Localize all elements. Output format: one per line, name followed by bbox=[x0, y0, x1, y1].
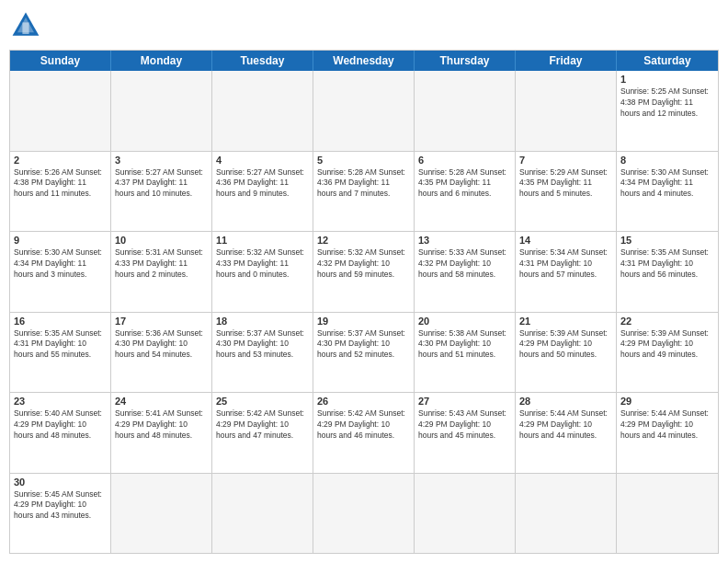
svg-rect-2 bbox=[22, 22, 28, 34]
calendar-cell: 7Sunrise: 5:29 AM Sunset: 4:35 PM Daylig… bbox=[516, 152, 617, 232]
cell-info: Sunrise: 5:31 AM Sunset: 4:33 PM Dayligh… bbox=[115, 247, 208, 281]
cell-info: Sunrise: 5:33 AM Sunset: 4:32 PM Dayligh… bbox=[418, 247, 511, 281]
calendar: SundayMondayTuesdayWednesdayThursdayFrid… bbox=[9, 50, 719, 554]
day-number: 12 bbox=[317, 235, 410, 246]
cell-info: Sunrise: 5:45 AM Sunset: 4:29 PM Dayligh… bbox=[14, 489, 107, 523]
day-header-tuesday: Tuesday bbox=[212, 51, 313, 71]
day-number: 1 bbox=[620, 74, 714, 85]
calendar-cell bbox=[617, 474, 718, 554]
calendar-cell: 11Sunrise: 5:32 AM Sunset: 4:33 PM Dayli… bbox=[212, 232, 313, 312]
day-number: 5 bbox=[317, 155, 410, 166]
calendar-cell: 22Sunrise: 5:39 AM Sunset: 4:29 PM Dayli… bbox=[617, 313, 718, 393]
day-header-monday: Monday bbox=[111, 51, 212, 71]
cell-info: Sunrise: 5:44 AM Sunset: 4:29 PM Dayligh… bbox=[519, 408, 612, 442]
calendar-cell bbox=[516, 474, 617, 554]
calendar-cell bbox=[212, 474, 313, 554]
cell-info: Sunrise: 5:37 AM Sunset: 4:30 PM Dayligh… bbox=[317, 328, 410, 362]
day-number: 11 bbox=[216, 235, 309, 246]
calendar-row-4: 23Sunrise: 5:40 AM Sunset: 4:29 PM Dayli… bbox=[10, 393, 718, 474]
calendar-cell bbox=[212, 71, 313, 151]
calendar-cell bbox=[313, 71, 415, 151]
calendar-header: SundayMondayTuesdayWednesdayThursdayFrid… bbox=[10, 51, 718, 71]
cell-info: Sunrise: 5:43 AM Sunset: 4:29 PM Dayligh… bbox=[418, 408, 511, 442]
calendar-cell: 12Sunrise: 5:32 AM Sunset: 4:32 PM Dayli… bbox=[313, 232, 415, 312]
calendar-row-5: 30Sunrise: 5:45 AM Sunset: 4:29 PM Dayli… bbox=[10, 474, 718, 554]
logo bbox=[9, 9, 46, 42]
day-number: 18 bbox=[216, 316, 309, 327]
calendar-cell: 9Sunrise: 5:30 AM Sunset: 4:34 PM Daylig… bbox=[10, 232, 111, 312]
calendar-cell: 26Sunrise: 5:42 AM Sunset: 4:29 PM Dayli… bbox=[313, 393, 415, 473]
calendar-row-2: 9Sunrise: 5:30 AM Sunset: 4:34 PM Daylig… bbox=[10, 232, 718, 313]
day-number: 16 bbox=[14, 316, 107, 327]
day-number: 29 bbox=[620, 396, 714, 407]
day-number: 6 bbox=[418, 155, 511, 166]
day-number: 3 bbox=[115, 155, 208, 166]
day-number: 7 bbox=[519, 155, 612, 166]
day-number: 8 bbox=[620, 155, 714, 166]
calendar-cell: 29Sunrise: 5:44 AM Sunset: 4:29 PM Dayli… bbox=[617, 393, 718, 473]
cell-info: Sunrise: 5:41 AM Sunset: 4:29 PM Dayligh… bbox=[115, 408, 208, 442]
calendar-cell: 20Sunrise: 5:38 AM Sunset: 4:30 PM Dayli… bbox=[415, 313, 516, 393]
cell-info: Sunrise: 5:38 AM Sunset: 4:30 PM Dayligh… bbox=[418, 328, 511, 362]
cell-info: Sunrise: 5:32 AM Sunset: 4:33 PM Dayligh… bbox=[216, 247, 309, 281]
day-header-wednesday: Wednesday bbox=[313, 51, 415, 71]
calendar-cell: 13Sunrise: 5:33 AM Sunset: 4:32 PM Dayli… bbox=[415, 232, 516, 312]
calendar-cell bbox=[415, 474, 516, 554]
calendar-cell: 24Sunrise: 5:41 AM Sunset: 4:29 PM Dayli… bbox=[111, 393, 212, 473]
header bbox=[9, 9, 719, 42]
day-number: 27 bbox=[418, 396, 511, 407]
calendar-cell bbox=[111, 71, 212, 151]
cell-info: Sunrise: 5:36 AM Sunset: 4:30 PM Dayligh… bbox=[115, 328, 208, 362]
calendar-cell bbox=[10, 71, 111, 151]
cell-info: Sunrise: 5:32 AM Sunset: 4:32 PM Dayligh… bbox=[317, 247, 410, 281]
calendar-row-0: 1Sunrise: 5:25 AM Sunset: 4:38 PM Daylig… bbox=[10, 71, 718, 152]
calendar-cell: 17Sunrise: 5:36 AM Sunset: 4:30 PM Dayli… bbox=[111, 313, 212, 393]
calendar-cell: 3Sunrise: 5:27 AM Sunset: 4:37 PM Daylig… bbox=[111, 152, 212, 232]
calendar-cell: 28Sunrise: 5:44 AM Sunset: 4:29 PM Dayli… bbox=[516, 393, 617, 473]
day-number: 14 bbox=[519, 235, 612, 246]
day-header-sunday: Sunday bbox=[10, 51, 111, 71]
day-header-friday: Friday bbox=[516, 51, 617, 71]
calendar-cell bbox=[111, 474, 212, 554]
calendar-body: 1Sunrise: 5:25 AM Sunset: 4:38 PM Daylig… bbox=[10, 71, 718, 553]
calendar-cell: 16Sunrise: 5:35 AM Sunset: 4:31 PM Dayli… bbox=[10, 313, 111, 393]
cell-info: Sunrise: 5:44 AM Sunset: 4:29 PM Dayligh… bbox=[620, 408, 714, 442]
calendar-cell: 8Sunrise: 5:30 AM Sunset: 4:34 PM Daylig… bbox=[617, 152, 718, 232]
cell-info: Sunrise: 5:35 AM Sunset: 4:31 PM Dayligh… bbox=[620, 247, 714, 281]
day-number: 13 bbox=[418, 235, 511, 246]
cell-info: Sunrise: 5:30 AM Sunset: 4:34 PM Dayligh… bbox=[14, 247, 107, 281]
calendar-cell: 23Sunrise: 5:40 AM Sunset: 4:29 PM Dayli… bbox=[10, 393, 111, 473]
calendar-cell: 18Sunrise: 5:37 AM Sunset: 4:30 PM Dayli… bbox=[212, 313, 313, 393]
calendar-cell: 5Sunrise: 5:28 AM Sunset: 4:36 PM Daylig… bbox=[313, 152, 415, 232]
cell-info: Sunrise: 5:34 AM Sunset: 4:31 PM Dayligh… bbox=[519, 247, 612, 281]
day-header-saturday: Saturday bbox=[617, 51, 718, 71]
day-number: 23 bbox=[14, 396, 107, 407]
calendar-cell: 10Sunrise: 5:31 AM Sunset: 4:33 PM Dayli… bbox=[111, 232, 212, 312]
day-number: 20 bbox=[418, 316, 511, 327]
calendar-cell: 30Sunrise: 5:45 AM Sunset: 4:29 PM Dayli… bbox=[10, 474, 111, 554]
day-number: 10 bbox=[115, 235, 208, 246]
cell-info: Sunrise: 5:42 AM Sunset: 4:29 PM Dayligh… bbox=[317, 408, 410, 442]
cell-info: Sunrise: 5:40 AM Sunset: 4:29 PM Dayligh… bbox=[14, 408, 107, 442]
calendar-cell: 21Sunrise: 5:39 AM Sunset: 4:29 PM Dayli… bbox=[516, 313, 617, 393]
cell-info: Sunrise: 5:30 AM Sunset: 4:34 PM Dayligh… bbox=[620, 167, 714, 201]
page: SundayMondayTuesdayWednesdayThursdayFrid… bbox=[0, 0, 728, 563]
cell-info: Sunrise: 5:37 AM Sunset: 4:30 PM Dayligh… bbox=[216, 328, 309, 362]
cell-info: Sunrise: 5:29 AM Sunset: 4:35 PM Dayligh… bbox=[519, 167, 612, 201]
cell-info: Sunrise: 5:35 AM Sunset: 4:31 PM Dayligh… bbox=[14, 328, 107, 362]
cell-info: Sunrise: 5:27 AM Sunset: 4:36 PM Dayligh… bbox=[216, 167, 309, 201]
day-number: 28 bbox=[519, 396, 612, 407]
calendar-cell: 15Sunrise: 5:35 AM Sunset: 4:31 PM Dayli… bbox=[617, 232, 718, 312]
day-number: 19 bbox=[317, 316, 410, 327]
day-header-thursday: Thursday bbox=[415, 51, 516, 71]
cell-info: Sunrise: 5:42 AM Sunset: 4:29 PM Dayligh… bbox=[216, 408, 309, 442]
day-number: 25 bbox=[216, 396, 309, 407]
calendar-cell: 19Sunrise: 5:37 AM Sunset: 4:30 PM Dayli… bbox=[313, 313, 415, 393]
day-number: 22 bbox=[620, 316, 714, 327]
day-number: 15 bbox=[620, 235, 714, 246]
cell-info: Sunrise: 5:25 AM Sunset: 4:38 PM Dayligh… bbox=[620, 86, 714, 120]
logo-icon bbox=[9, 9, 42, 42]
calendar-cell: 14Sunrise: 5:34 AM Sunset: 4:31 PM Dayli… bbox=[516, 232, 617, 312]
day-number: 4 bbox=[216, 155, 309, 166]
calendar-cell: 27Sunrise: 5:43 AM Sunset: 4:29 PM Dayli… bbox=[415, 393, 516, 473]
